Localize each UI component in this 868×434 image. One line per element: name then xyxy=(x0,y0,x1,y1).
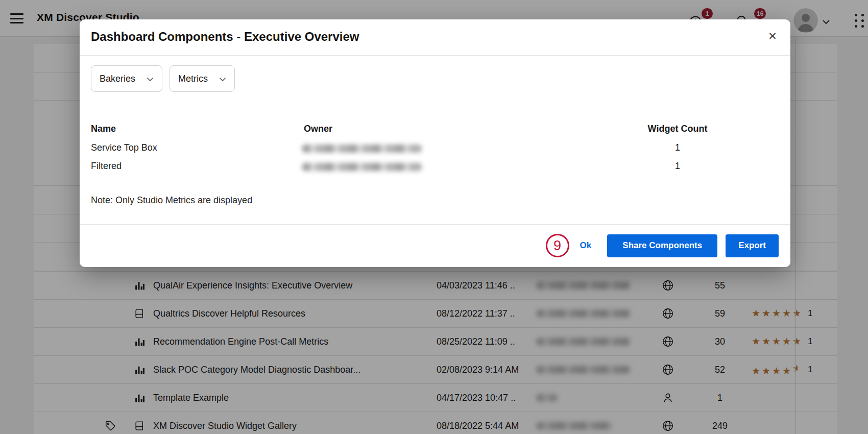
component-row: Filtered 1 xyxy=(80,161,790,173)
export-button[interactable]: Export xyxy=(726,234,779,257)
share-components-button[interactable]: Share Components xyxy=(607,234,717,257)
component-row: Service Top Box 1 xyxy=(80,142,790,155)
component-name: Service Top Box xyxy=(91,142,157,153)
type-dropdown[interactable]: Metrics xyxy=(170,65,235,92)
filter-row: Bakeries Metrics xyxy=(91,65,235,92)
component-name: Filtered xyxy=(91,161,122,172)
screen: XM Discover Studio 1 16 ☆ xyxy=(0,0,868,434)
name-header: Name xyxy=(91,124,116,134)
components-table-header: Name Owner Widget Count xyxy=(80,124,790,135)
ok-button[interactable]: Ok xyxy=(580,240,592,251)
modal-note: Note: Only Studio Metrics are displayed xyxy=(91,195,252,206)
modal-title: Dashboard Components - Executive Overvie… xyxy=(91,30,359,44)
close-icon[interactable]: ✕ xyxy=(762,26,783,47)
widget-count: 1 xyxy=(641,142,714,153)
dashboard-components-modal: Dashboard Components - Executive Overvie… xyxy=(80,19,790,267)
widget-count: 1 xyxy=(641,161,714,172)
redacted-owner xyxy=(302,163,422,171)
modal-footer: 9 Ok Share Components Export xyxy=(80,224,790,267)
owner-header: Owner xyxy=(304,124,332,134)
project-dropdown[interactable]: Bakeries xyxy=(91,65,162,92)
chevron-down-icon xyxy=(219,74,226,84)
modal-header-divider xyxy=(80,55,790,56)
type-dropdown-value: Metrics xyxy=(178,74,208,84)
chevron-down-icon xyxy=(147,74,154,84)
project-dropdown-value: Bakeries xyxy=(100,74,135,84)
redacted-owner xyxy=(302,144,422,153)
annotation-step-circle: 9 xyxy=(546,234,569,257)
widget-count-header: Widget Count xyxy=(641,124,714,134)
